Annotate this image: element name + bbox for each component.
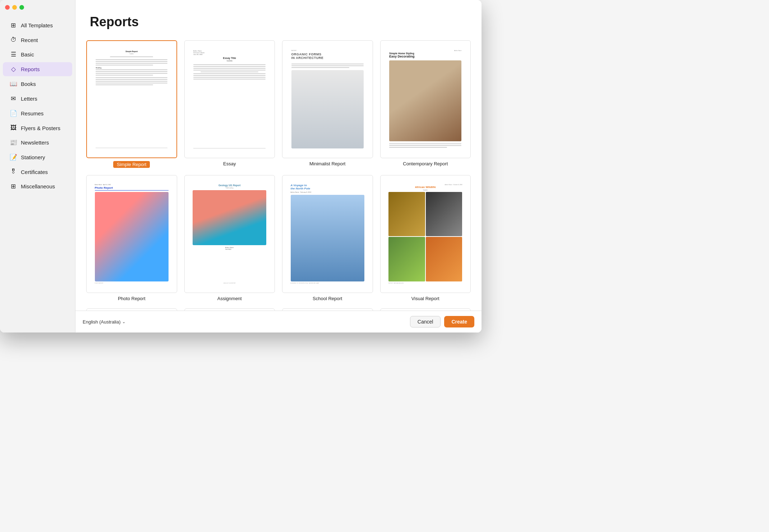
create-button[interactable]: Create	[444, 316, 474, 327]
certificate-icon: 🎖	[9, 168, 17, 175]
letter-icon: ✉	[9, 95, 17, 102]
template-assignment[interactable]: Geology 101 Report Subheading Author Nam…	[184, 175, 275, 301]
language-selector[interactable]: English (Australia) ⌄	[83, 319, 125, 325]
stationery-icon: 📝	[9, 153, 17, 161]
template-thumb-simple-report[interactable]: Simple ReportSubtitle Heading	[86, 40, 177, 158]
sidebar-item-basic[interactable]: ☰ Basic	[3, 47, 72, 61]
template-minimalist-report[interactable]: REPORT ORGANIC FORMSIN ARCHITECTURE Mini…	[282, 40, 373, 168]
template-visual-report[interactable]: Author Name · October 8, 2018 African Wi…	[380, 175, 471, 301]
sidebar-item-flyers-posters[interactable]: 🖼 Flyers & Posters	[3, 121, 72, 135]
template-lorem-ipsum[interactable]: LOREM 2020 CONSECTETUR TINCIDUNT LOREM I…	[380, 308, 471, 311]
main-header: Reports	[75, 0, 482, 37]
template-label-visual-report: Visual Report	[411, 296, 439, 301]
template-thumb-visual-report[interactable]: Author Name · October 8, 2018 African Wi…	[380, 175, 471, 293]
sidebar-item-letters[interactable]: ✉ Letters	[3, 92, 72, 106]
cancel-button[interactable]: Cancel	[410, 316, 441, 327]
sidebar-item-reports[interactable]: ◇ Reports	[3, 62, 72, 76]
book-icon: 📖	[9, 80, 17, 88]
maximize-button[interactable]	[19, 5, 24, 10]
template-research-paper[interactable]: Research Paper Author Name 1 Author Name…	[184, 308, 275, 311]
sidebar-item-resumes[interactable]: 📄 Resumes	[3, 106, 72, 120]
template-thumb-assignment[interactable]: Geology 101 Report Subheading Author Nam…	[184, 175, 275, 293]
template-label-assignment: Assignment	[217, 296, 242, 301]
sidebar-item-newsletters[interactable]: 📰 Newsletters	[3, 136, 72, 150]
template-label-school-report: School Report	[313, 296, 342, 301]
template-thumb-lorem-ipsum[interactable]: LOREM 2020 CONSECTETUR TINCIDUNT LOREM I…	[380, 308, 471, 311]
close-button[interactable]	[5, 5, 10, 10]
main-content: Reports Simple ReportSubtitle Heading	[75, 0, 482, 332]
template-essay[interactable]: Author NameInstructor's NameJune 28, 202…	[184, 40, 275, 168]
template-thumb-contemporary-report[interactable]: Author Name Simple Home StylingEasy Deco…	[380, 40, 471, 158]
template-thumb-intl-architecture[interactable]: International Modern Architecture	[282, 308, 373, 311]
template-label-minimalist-report: Minimalist Report	[309, 161, 345, 166]
flyer-icon: 🖼	[9, 124, 17, 132]
sidebar-item-stationery[interactable]: 📝 Stationery	[3, 150, 72, 164]
template-academic-cover[interactable]: Academic ReportCover Page Subtitle Acade…	[86, 308, 177, 311]
footer-buttons: Cancel Create	[410, 316, 474, 327]
language-label: English (Australia)	[83, 319, 121, 325]
clock-icon: ⏱	[9, 36, 17, 43]
sidebar-item-certificates[interactable]: 🎖 Certificates	[3, 165, 72, 179]
template-label-contemporary-report: Contemporary Report	[403, 161, 448, 166]
sidebar-item-recent[interactable]: ⏱ Recent	[3, 33, 72, 47]
template-intl-architecture[interactable]: International Modern Architecture Intern…	[282, 308, 373, 311]
template-contemporary-report[interactable]: Author Name Simple Home StylingEasy Deco…	[380, 40, 471, 168]
list-icon: ☰	[9, 51, 17, 58]
template-label-photo-report: Photo Report	[118, 296, 146, 301]
grid-icon: ⊞	[9, 22, 17, 29]
template-thumb-academic-cover[interactable]: Academic ReportCover Page Subtitle	[86, 308, 177, 311]
template-label-essay: Essay	[223, 161, 236, 166]
resume-icon: 📄	[9, 110, 17, 117]
template-thumb-school-report[interactable]: A Voyage tothe North Pole Author Name · …	[282, 175, 373, 293]
page-title: Reports	[90, 14, 467, 29]
template-thumb-essay[interactable]: Author NameInstructor's NameJune 28, 202…	[184, 40, 275, 158]
newsletter-icon: 📰	[9, 139, 17, 146]
template-school-report[interactable]: A Voyage tothe North Pole Author Name · …	[282, 175, 373, 301]
minimize-button[interactable]	[12, 5, 17, 10]
sidebar-item-all-templates[interactable]: ⊞ All Templates	[3, 18, 72, 32]
template-thumb-minimalist-report[interactable]: REPORT ORGANIC FORMSIN ARCHITECTURE	[282, 40, 373, 158]
template-simple-report[interactable]: Simple ReportSubtitle Heading	[86, 40, 177, 168]
template-label-simple-report: Simple Report	[113, 161, 150, 168]
diamond-icon: ◇	[9, 65, 17, 73]
template-thumb-photo-report[interactable]: Author Name · April 14, 2022 Photo Repor…	[86, 175, 177, 293]
misc-icon: ⊞	[9, 183, 17, 190]
template-thumb-research-paper[interactable]: Research Paper Author Name 1 Author Name…	[184, 308, 275, 311]
sidebar: ⊞ All Templates ⏱ Recent ☰ Basic ◇ Repor…	[0, 0, 75, 332]
chevron-down-icon: ⌄	[122, 320, 125, 324]
sidebar-item-books[interactable]: 📖 Books	[3, 77, 72, 91]
templates-grid: Simple ReportSubtitle Heading	[75, 37, 482, 311]
template-photo-report[interactable]: Author Name · April 14, 2022 Photo Repor…	[86, 175, 177, 301]
sidebar-item-miscellaneous[interactable]: ⊞ Miscellaneous	[3, 179, 72, 193]
footer: English (Australia) ⌄ Cancel Create	[75, 311, 482, 332]
